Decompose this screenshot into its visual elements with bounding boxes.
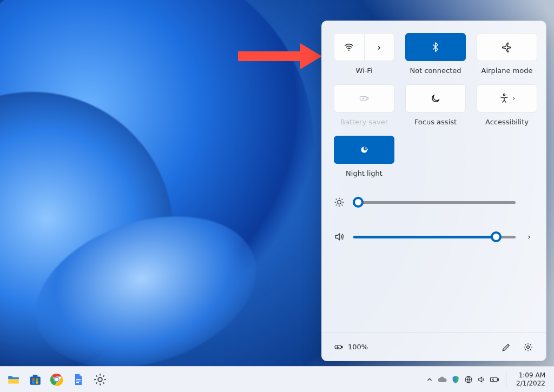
svg-rect-21 — [76, 382, 79, 383]
tile-battery-saver: Battery saver — [334, 84, 394, 126]
airplane-icon — [502, 42, 512, 52]
file-explorer-icon[interactable] — [5, 371, 22, 388]
svg-rect-10 — [30, 376, 41, 384]
taskbar: 1:09 AM 2/1/2022 — [0, 366, 554, 392]
system-tray[interactable] — [425, 375, 499, 384]
battery-saver-button — [334, 84, 394, 112]
volume-flyout-button[interactable]: › — [524, 232, 534, 241]
brightness-icon — [334, 197, 345, 208]
accessibility-label: Accessibility — [485, 118, 529, 126]
volume-icon — [334, 231, 345, 242]
brightness-slider[interactable] — [353, 201, 516, 204]
tile-airplane: Airplane mode — [477, 33, 537, 75]
wifi-flyout-button[interactable]: › — [365, 34, 394, 61]
bluetooth-icon — [430, 42, 441, 52]
battery-status[interactable]: 100% — [334, 342, 368, 352]
quick-settings-grid-row2: Night light — [334, 136, 534, 177]
tray-overflow-icon[interactable] — [425, 375, 434, 384]
slider-thumb[interactable] — [353, 197, 364, 208]
wifi-toggle[interactable] — [334, 34, 364, 61]
svg-rect-2 — [367, 97, 368, 99]
annotation-arrow — [238, 43, 322, 69]
bluetooth-button[interactable] — [405, 33, 466, 61]
battery-leaf-icon — [359, 93, 370, 104]
night-light-button[interactable] — [334, 136, 394, 164]
language-indicator[interactable] — [464, 375, 473, 384]
tile-focus-assist: Focus assist — [405, 84, 466, 126]
quick-settings-panel: › Wi-Fi Not connected — [321, 21, 546, 361]
focus-assist-button[interactable] — [405, 84, 466, 112]
edit-quick-settings-button[interactable] — [500, 341, 512, 353]
svg-rect-19 — [76, 379, 81, 380]
svg-rect-12 — [32, 378, 35, 380]
accessibility-icon — [499, 93, 510, 104]
settings-icon[interactable] — [92, 371, 108, 388]
battery-percent: 100% — [348, 343, 368, 351]
chevron-right-icon: › — [378, 42, 381, 52]
airplane-label: Airplane mode — [482, 67, 533, 75]
security-icon[interactable] — [451, 375, 460, 384]
tray-volume-icon[interactable] — [477, 375, 486, 384]
open-settings-button[interactable] — [522, 341, 534, 353]
svg-point-5 — [367, 149, 367, 150]
svg-point-9 — [527, 346, 530, 348]
svg-rect-11 — [33, 375, 38, 377]
quick-settings-grid: › Wi-Fi Not connected — [334, 33, 534, 126]
volume-slider-row: › — [334, 231, 534, 242]
svg-point-3 — [503, 94, 505, 96]
chevron-right-icon: › — [513, 95, 516, 102]
tile-night-light: Night light — [334, 136, 394, 177]
airplane-button[interactable] — [477, 33, 537, 61]
svg-rect-14 — [32, 381, 35, 383]
bluetooth-label: Not connected — [410, 67, 461, 75]
battery-saver-label: Battery saver — [340, 118, 388, 126]
svg-point-0 — [348, 50, 349, 51]
svg-rect-13 — [36, 378, 38, 380]
chrome-icon[interactable] — [49, 371, 65, 388]
tile-bluetooth: Not connected — [405, 33, 466, 75]
taskbar-right: 1:09 AM 2/1/2022 — [425, 371, 549, 388]
taskbar-clock[interactable]: 1:09 AM 2/1/2022 — [513, 371, 549, 388]
accessibility-button[interactable]: › — [477, 84, 537, 112]
svg-point-18 — [55, 377, 59, 381]
volume-slider[interactable] — [353, 236, 516, 238]
brightness-slider-row — [334, 197, 534, 208]
svg-point-6 — [338, 201, 341, 204]
svg-point-22 — [98, 377, 102, 382]
tray-battery-icon[interactable] — [490, 375, 499, 384]
google-docs-icon[interactable] — [70, 371, 87, 388]
night-light-icon — [359, 144, 370, 155]
sliders: › — [334, 197, 534, 242]
wifi-label: Wi-Fi — [355, 67, 372, 75]
night-light-label: Night light — [346, 169, 382, 177]
clock-date: 2/1/2022 — [516, 380, 545, 388]
pencil-icon — [502, 342, 511, 352]
focus-assist-label: Focus assist — [414, 118, 457, 126]
svg-point-4 — [366, 148, 366, 148]
gear-icon — [523, 342, 533, 352]
clock-time: 1:09 AM — [516, 371, 545, 380]
moon-icon — [430, 93, 441, 104]
wifi-icon — [344, 42, 354, 52]
wifi-button[interactable]: › — [334, 33, 394, 61]
svg-rect-8 — [341, 346, 342, 348]
tile-wifi: › Wi-Fi — [334, 33, 394, 75]
tile-accessibility: › Accessibility — [477, 84, 537, 126]
svg-rect-15 — [36, 381, 38, 383]
slider-thumb[interactable] — [491, 231, 502, 242]
svg-rect-24 — [491, 377, 498, 382]
microsoft-store-icon[interactable] — [27, 371, 43, 388]
svg-rect-20 — [76, 381, 81, 381]
onedrive-icon[interactable] — [438, 375, 447, 384]
quick-settings-footer: 100% — [322, 333, 546, 361]
taskbar-pinned — [5, 371, 108, 388]
svg-rect-25 — [498, 378, 499, 380]
battery-charging-icon — [334, 342, 344, 352]
